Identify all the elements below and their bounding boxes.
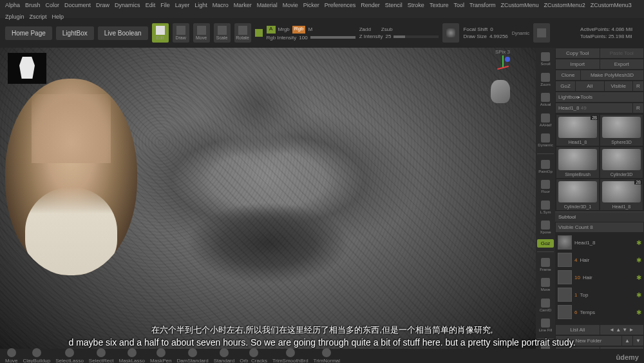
brush-standard[interactable]: Standard — [214, 348, 234, 363]
menu-layer[interactable]: Layer — [175, 2, 190, 8]
paintop-icon[interactable]: PaintOp — [537, 158, 554, 176]
rotate-button[interactable]: Rotate — [234, 23, 251, 43]
aahalf-icon[interactable]: AAHalf — [537, 112, 554, 130]
menu-texture[interactable]: Texture — [430, 2, 449, 8]
menu-zscript[interactable]: Zscript — [30, 14, 47, 20]
axis-gizmo[interactable] — [484, 53, 510, 79]
goz-r-button[interactable]: R — [633, 81, 643, 91]
subtool-header[interactable]: Subtool — [555, 211, 644, 222]
lightbox-tools-button[interactable]: Lightbox▸Tools — [556, 92, 643, 102]
menu-draw[interactable]: Draw — [96, 2, 109, 8]
current-tool-name[interactable]: Head1_8 49 — [556, 103, 632, 113]
lsym-icon[interactable]: L.Sym — [537, 199, 554, 217]
tool-cylinder3d_1[interactable]: Cylinder3D_1 — [556, 179, 599, 210]
brush-maskpen[interactable]: MaskPen — [150, 348, 171, 363]
actual-icon[interactable]: Actual — [537, 91, 554, 109]
menu-brush[interactable]: Brush — [25, 2, 41, 8]
menu-stroke[interactable]: Stroke — [408, 2, 424, 8]
zsub-button[interactable]: Zsub — [381, 26, 393, 32]
menu-stencil[interactable]: Stencil — [385, 2, 402, 8]
zoom-icon[interactable]: Zoom — [537, 71, 554, 89]
brush-trimsmoothbrd[interactable]: TrimSmoothBrd — [272, 348, 308, 363]
menu-help[interactable]: Help — [52, 14, 64, 20]
tool-cylinder3d[interactable]: Cylinder3D — [600, 147, 643, 178]
brush-damstandard[interactable]: DamStandard — [176, 348, 208, 363]
subtool-hair[interactable]: 4Hair✱ — [556, 251, 643, 268]
tool-r-button[interactable]: R — [633, 103, 643, 113]
menu-zcustommenu2[interactable]: ZCustomMenu2 — [544, 2, 585, 8]
menu-marker[interactable]: Marker — [234, 2, 252, 8]
rgb-button[interactable]: Rgb — [292, 26, 306, 34]
viewport[interactable]: SPix 3 + — [0, 48, 536, 363]
focal-shift-value[interactable]: 0 — [490, 26, 493, 32]
menu-zcustommenu3[interactable]: ZCustomMenu3 — [591, 2, 632, 8]
rgb-intensity-slider[interactable] — [310, 36, 355, 39]
menu-preferences[interactable]: Preferences — [325, 2, 356, 8]
m-button[interactable]: M — [308, 26, 312, 32]
nav-head-widget[interactable] — [491, 80, 510, 103]
menu-zcustommenu[interactable]: ZCustomMenu — [501, 2, 539, 8]
brush-curve-icon[interactable] — [442, 23, 459, 43]
visible-count[interactable]: Visible Count 8 — [556, 222, 643, 232]
rgb-intensity-value[interactable]: 100 — [299, 35, 307, 41]
dynamic-icon[interactable]: Dynamic — [537, 132, 554, 150]
dynamic-toggle[interactable]: Dynamic — [512, 31, 529, 35]
brush-masklasso[interactable]: MaskLasso — [119, 348, 145, 363]
brush-claybuildup[interactable]: ClayBuildup — [23, 348, 51, 363]
menu-picker[interactable]: Picker — [303, 2, 319, 8]
menu-transform[interactable]: Transform — [469, 2, 496, 8]
stroke-icon[interactable] — [533, 23, 550, 43]
menu-light[interactable]: Light — [194, 2, 207, 8]
brush-move[interactable]: Move — [5, 348, 18, 363]
subtool-hair[interactable]: 10Hair✱ — [556, 269, 643, 286]
reference-image[interactable] — [5, 79, 137, 275]
draw-size-value[interactable]: 4.99256 — [489, 34, 508, 39]
color-swatch[interactable] — [255, 29, 263, 37]
edit-button[interactable]: Edit — [152, 23, 169, 43]
import-button[interactable]: Import — [556, 59, 600, 69]
menu-color[interactable]: Color — [46, 2, 60, 8]
clone-button[interactable]: Clone — [556, 70, 580, 80]
make-polymesh-button[interactable]: Make PolyMesh3D — [581, 70, 643, 80]
move-icon[interactable]: Move — [537, 276, 554, 294]
move-button[interactable]: Move — [193, 23, 210, 43]
scale-button[interactable]: Scale — [214, 23, 231, 43]
xpose-icon[interactable]: Xpose — [537, 219, 554, 237]
lightbox-button[interactable]: LightBox — [56, 26, 94, 40]
menu-document[interactable]: Document — [64, 2, 91, 8]
a-mode-button[interactable]: A — [267, 26, 276, 34]
alpha-thumbnail[interactable] — [8, 53, 46, 84]
brush-trimnormal[interactable]: TrimNormal — [314, 348, 340, 363]
menu-macro[interactable]: Macro — [213, 2, 229, 8]
menu-edit[interactable]: Edit — [146, 2, 156, 8]
goz-all-button[interactable]: All — [576, 81, 604, 91]
subtool-top[interactable]: 1Top✱ — [556, 286, 643, 303]
home-button[interactable]: Home Page — [5, 26, 52, 40]
menu-file[interactable]: File — [160, 2, 170, 8]
paste-tool-button[interactable]: Paste Tool — [600, 48, 644, 58]
brush-selectlasso[interactable]: SelectLasso — [55, 348, 84, 363]
goz-visible-button[interactable]: Visible — [605, 81, 633, 91]
subtool-head1_8[interactable]: Head1_8✱ — [556, 234, 643, 251]
scroll-icon[interactable]: Scroll — [537, 50, 554, 68]
mrgb-button[interactable]: Mrgb — [278, 26, 290, 32]
menu-zplugin[interactable]: Zplugin — [5, 14, 24, 20]
menu-alpha[interactable]: Alpha — [5, 2, 20, 8]
menu-render[interactable]: Render — [361, 2, 380, 8]
export-button[interactable]: Export — [600, 59, 644, 69]
tool-simplebrush[interactable]: SimpleBrush — [556, 147, 599, 178]
menu-tool[interactable]: Tool — [453, 2, 464, 8]
brush-selectrect[interactable]: SelectRect — [89, 348, 114, 363]
goz-button[interactable]: GoZ — [556, 81, 575, 91]
copy-tool-button[interactable]: Copy Tool — [556, 48, 600, 58]
floor-icon[interactable]: Floor — [537, 178, 554, 196]
tool-head1_8[interactable]: 28Head1_8 — [600, 179, 643, 210]
frame-icon[interactable]: Frame — [537, 255, 554, 273]
brush-orb_cracks[interactable]: Orb_Cracks — [240, 348, 267, 363]
menu-movie[interactable]: Movie — [283, 2, 298, 8]
z-intensity-value[interactable]: 25 — [386, 34, 392, 39]
tool-sphere3d[interactable]: Sphere3D — [600, 115, 643, 146]
tool-head1_8[interactable]: 28Head1_8 — [556, 115, 599, 146]
zadd-button[interactable]: Zadd — [359, 26, 371, 32]
camid-icon[interactable]: CamID — [537, 297, 554, 315]
